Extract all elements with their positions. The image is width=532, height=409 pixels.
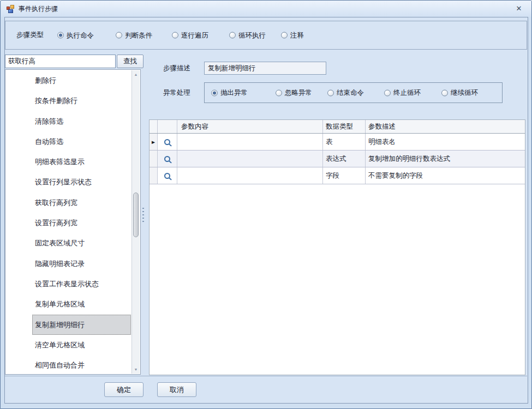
scroll-down-icon[interactable]: ▼ [132, 368, 140, 371]
row-selector-header [150, 120, 158, 133]
radio-label: 逐行遍历 [181, 31, 208, 40]
splitter-grip[interactable] [142, 208, 145, 222]
exception-option[interactable]: 忽略异常 [276, 88, 312, 98]
close-icon[interactable]: ✕ [513, 3, 525, 14]
magnifier-icon[interactable] [164, 156, 170, 162]
table-body: ▶表明细表名表达式复制增加的明细行数表达式字段不需要复制的字段 [150, 134, 525, 184]
param-description-cell: 不需要复制的字段 [366, 167, 525, 184]
radio-icon [327, 89, 334, 96]
lookup-cell [158, 167, 177, 184]
step-type-group: 步骤类型 执行命令判断条件逐行遍历循环执行注释 [5, 21, 527, 50]
step-description-field[interactable]: 复制新增明细行 [204, 62, 326, 75]
column-header-type: 数据类型 [323, 120, 366, 133]
radio-label: 忽略异常 [285, 88, 312, 98]
ok-button[interactable]: 确定 [104, 382, 144, 397]
dialog-window: 事件执行步骤 ✕ 步骤类型 执行命令判断条件逐行遍历循环执行注释 查找 删除行按… [0, 0, 532, 409]
table-row: 字段不需要复制的字段 [150, 167, 525, 184]
param-description-cell: 明细表名 [366, 134, 525, 150]
command-list-item[interactable]: 复制新增明细行 [32, 315, 131, 335]
window-title: 事件执行步骤 [19, 1, 58, 17]
radio-icon [281, 32, 288, 39]
current-row-arrow-icon: ▶ [152, 140, 155, 144]
magnifier-icon[interactable] [164, 139, 170, 145]
radio-icon [116, 32, 122, 39]
data-type-cell: 字段 [323, 167, 366, 184]
radio-label: 抛出异常 [220, 88, 248, 98]
lookup-cell [158, 134, 177, 150]
step-type-option[interactable]: 执行命令 [57, 31, 94, 40]
find-button[interactable]: 查找 [117, 55, 144, 68]
table-row: ▶表明细表名 [150, 134, 525, 151]
param-content-cell[interactable] [177, 134, 323, 150]
param-description-cell: 复制增加的明细行数表达式 [366, 151, 525, 167]
row-selector-cell [150, 167, 158, 184]
data-type-cell: 表达式 [323, 151, 366, 167]
row-selector-cell: ▶ [150, 134, 158, 150]
magnifier-icon[interactable] [164, 173, 170, 179]
command-list-item[interactable]: 固定表区域尺寸 [5, 233, 131, 253]
radio-label: 继续循环 [451, 88, 478, 98]
radio-icon [384, 89, 391, 96]
exception-option[interactable]: 结束命令 [327, 88, 364, 98]
command-list-item[interactable]: 设置行高列宽 [5, 213, 131, 233]
command-list-item[interactable]: 自动筛选 [5, 131, 131, 152]
command-list-item[interactable]: 设置行列显示状态 [5, 172, 131, 192]
column-header-content: 参数内容 [177, 120, 323, 133]
exception-handling-label: 异常处理 [163, 82, 190, 103]
step-description-label: 步骤描述 [163, 62, 190, 75]
radio-label: 终止循环 [393, 88, 421, 98]
radio-icon [211, 89, 218, 96]
footer-divider [5, 376, 527, 376]
command-list-item[interactable]: 隐藏明细表记录 [5, 254, 131, 274]
step-type-option[interactable]: 注释 [281, 31, 304, 40]
radio-label: 注释 [290, 31, 304, 40]
cancel-button[interactable]: 取消 [157, 382, 196, 397]
exception-option[interactable]: 终止循环 [384, 88, 421, 98]
data-type-cell: 表 [323, 134, 366, 150]
exception-option[interactable]: 抛出异常 [211, 88, 248, 98]
exception-handling-group: 抛出异常忽略异常结束命令终止循环继续循环 [204, 82, 503, 103]
radio-icon [57, 32, 64, 39]
param-content-cell[interactable] [177, 167, 323, 184]
lookup-cell [158, 151, 177, 167]
command-list-items: 删除行按条件删除行清除筛选自动筛选明细表筛选显示设置行列显示状态获取行高列宽设置… [5, 70, 131, 375]
command-list: 删除行按条件删除行清除筛选自动筛选明细表筛选显示设置行列显示状态获取行高列宽设置… [5, 69, 141, 375]
radio-label: 判断条件 [125, 31, 152, 40]
table-header-row: 参数内容 数据类型 参数描述 [150, 120, 525, 134]
param-content-cell[interactable] [177, 151, 323, 167]
title-bar: 事件执行步骤 ✕ [1, 1, 532, 17]
command-list-item[interactable]: 明细表筛选显示 [5, 152, 131, 172]
command-list-item[interactable]: 设置工作表显示状态 [5, 274, 131, 294]
radio-icon [441, 89, 448, 96]
command-list-item[interactable]: 清除筛选 [5, 111, 131, 131]
command-list-item[interactable]: 相同值自动合并 [5, 355, 131, 375]
step-type-option[interactable]: 判断条件 [116, 31, 152, 40]
command-list-item[interactable]: 按条件删除行 [5, 91, 131, 111]
radio-icon [229, 32, 236, 39]
step-type-option[interactable]: 逐行遍历 [172, 31, 208, 40]
scrollbar-thumb[interactable] [133, 193, 139, 237]
radio-icon [276, 89, 282, 96]
exception-option[interactable]: 继续循环 [441, 88, 478, 98]
row-selector-cell [150, 151, 158, 167]
radio-label: 循环执行 [238, 31, 266, 40]
command-list-item[interactable]: 复制单元格区域 [5, 294, 131, 314]
search-input[interactable] [5, 55, 116, 68]
step-type-label: 步骤类型 [16, 21, 44, 49]
scroll-up-icon[interactable]: ▲ [132, 73, 140, 76]
lookup-column-header [158, 120, 177, 133]
parameter-table: 参数内容 数据类型 参数描述 ▶表明细表名表达式复制增加的明细行数表达式字段不需… [149, 119, 525, 375]
app-icon [7, 4, 15, 13]
table-row: 表达式复制增加的明细行数表达式 [150, 151, 525, 167]
command-list-item[interactable]: 删除行 [5, 70, 131, 91]
command-list-item[interactable]: 清空单元格区域 [5, 335, 131, 355]
radio-label: 执行命令 [67, 31, 94, 40]
radio-label: 结束命令 [337, 88, 364, 98]
step-type-option[interactable]: 循环执行 [229, 31, 266, 40]
command-list-item[interactable]: 获取行高列宽 [5, 193, 131, 213]
radio-icon [172, 32, 178, 39]
list-scrollbar[interactable]: ▲ ▼ [131, 70, 140, 374]
column-header-description: 参数描述 [366, 120, 525, 133]
